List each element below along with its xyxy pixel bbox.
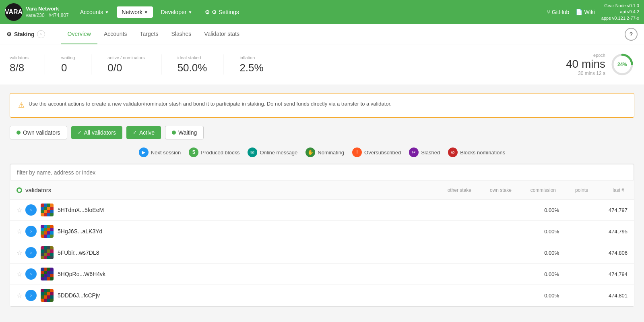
svg-rect-50	[41, 268, 44, 271]
svg-rect-81	[50, 299, 54, 302]
svg-rect-78	[41, 299, 44, 302]
svg-rect-63	[44, 277, 47, 280]
staking-bar: ⚙ Staking › Overview Accounts Targets Sl…	[0, 24, 644, 44]
validator-name-1: 5HgJ6S...aLK3Yd	[58, 228, 426, 235]
epoch-progress-circle: 24%	[610, 52, 634, 77]
tab-validator-stats[interactable]: Validator stats	[198, 24, 246, 44]
expand-button-4[interactable]: ›	[25, 290, 37, 301]
legend-online-message[interactable]: ✉ Online message	[248, 147, 297, 157]
svg-rect-53	[50, 268, 54, 271]
divider-4	[223, 54, 223, 75]
svg-rect-71	[44, 292, 47, 295]
legend-next-session[interactable]: ▶ Next session	[139, 147, 181, 157]
star-button-1[interactable]: ☆	[17, 228, 22, 235]
own-validators-button[interactable]: Own validators	[10, 126, 67, 139]
ideal-staked-stat: ideal staked 50.0%	[178, 55, 207, 74]
expand-button-2[interactable]: ›	[25, 247, 37, 258]
settings-icon: ⚙	[205, 9, 210, 15]
legend-produced-blocks[interactable]: 5 Produced blocks	[189, 147, 239, 157]
staking-title: ⚙ Staking ›	[6, 30, 53, 38]
developer-nav-button[interactable]: Developer ▼	[156, 6, 197, 18]
svg-rect-33	[50, 235, 54, 238]
validators-title: validators	[17, 187, 51, 193]
settings-nav-button[interactable]: ⚙ ⚙ Settings	[200, 6, 244, 18]
network-info: Vara Network vara/230 #474,807	[26, 6, 69, 19]
svg-rect-25	[50, 228, 54, 231]
svg-rect-39	[44, 249, 47, 253]
svg-rect-12	[47, 210, 50, 213]
svg-rect-26	[41, 231, 44, 235]
validators-table: validators other stake own stake commiss…	[10, 164, 634, 307]
epoch-section: epoch 40 mins 30 mins 12 s 24%	[566, 52, 634, 77]
slashed-icon: ✂	[409, 147, 419, 157]
github-link[interactable]: ⑂ GitHub	[547, 9, 570, 15]
legend-blocks-nominations[interactable]: ⊘ Blocks nominations	[448, 147, 505, 157]
svg-rect-13	[50, 210, 54, 213]
star-button-2[interactable]: ☆	[17, 249, 22, 257]
svg-rect-58	[41, 274, 44, 277]
val-commission-3: 0.00%	[515, 271, 559, 277]
next-session-icon: ▶	[139, 147, 149, 157]
validator-name-4: 5DDD6J...fcCPjv	[58, 292, 426, 299]
svg-rect-21	[50, 225, 54, 228]
wiki-link[interactable]: 📄 Wiki	[576, 9, 594, 15]
search-wrapper	[10, 164, 634, 181]
star-button-4[interactable]: ☆	[17, 292, 22, 299]
svg-rect-31	[44, 235, 47, 238]
svg-rect-62	[41, 277, 44, 280]
help-button[interactable]: ?	[625, 28, 638, 41]
logo[interactable]: VARA	[5, 3, 23, 21]
star-button-0[interactable]: ☆	[17, 206, 22, 214]
staking-chevron-icon: ›	[37, 30, 45, 38]
expand-button-0[interactable]: ›	[25, 204, 37, 216]
validator-name-3: 5HQpRo...W6H4vk	[58, 271, 426, 277]
svg-rect-66	[41, 289, 44, 292]
logo-text: VARA	[5, 8, 23, 16]
tab-accounts[interactable]: Accounts	[97, 24, 134, 44]
search-input[interactable]	[17, 169, 627, 176]
star-button-3[interactable]: ☆	[17, 270, 22, 278]
col-points: points	[559, 187, 591, 193]
table-row: ☆ › 5HgJ6S...aLK3Yd 0.00% 474,795	[10, 221, 634, 242]
svg-rect-64	[47, 277, 50, 280]
val-last-hash-1: 474,795	[591, 229, 627, 235]
waiting-stat: waiting 0	[61, 55, 75, 74]
active-filter-button[interactable]: ✓ Active	[126, 126, 161, 139]
expand-button-3[interactable]: ›	[25, 268, 37, 280]
warning-icon: ⚠	[18, 100, 25, 111]
val-commission-4: 0.00%	[515, 293, 559, 299]
waiting-filter-button[interactable]: Waiting	[165, 126, 204, 139]
svg-rect-60	[47, 274, 50, 277]
table-row: ☆ › 5DDD6J...fcCPjv 0.00% 474,801	[10, 285, 634, 306]
svg-rect-72	[47, 292, 50, 295]
network-chevron-icon: ▼	[144, 10, 148, 15]
tab-slashes[interactable]: Slashes	[165, 24, 198, 44]
all-validators-button[interactable]: ✓ All validators	[71, 126, 122, 139]
svg-rect-45	[50, 253, 54, 256]
svg-rect-67	[44, 289, 47, 292]
network-nav-button[interactable]: Network ▼	[117, 6, 153, 18]
val-commission-1: 0.00%	[515, 229, 559, 235]
svg-rect-77	[50, 295, 54, 299]
svg-rect-65	[50, 277, 54, 280]
validator-avatar-3	[41, 268, 54, 280]
svg-rect-2	[41, 204, 44, 207]
expand-button-1[interactable]: ›	[25, 226, 37, 237]
legend-oversubscribed[interactable]: ! Oversubscribed	[352, 147, 401, 157]
svg-rect-15	[44, 213, 47, 216]
svg-rect-19	[44, 225, 47, 228]
svg-rect-54	[41, 271, 44, 274]
legend-slashed[interactable]: ✂ Slashed	[409, 147, 440, 157]
svg-rect-23	[44, 228, 47, 231]
staking-gear-icon: ⚙	[6, 31, 12, 37]
tab-overview[interactable]: Overview	[61, 24, 97, 44]
network-sub: vara/230 #474,807	[26, 12, 69, 19]
svg-rect-52	[47, 268, 50, 271]
svg-rect-30	[41, 235, 44, 238]
svg-rect-44	[47, 253, 50, 256]
legend-nominating[interactable]: ✋ Nominating	[305, 147, 344, 157]
svg-rect-35	[44, 246, 47, 249]
accounts-nav-button[interactable]: Accounts ▼	[75, 6, 114, 18]
tab-targets[interactable]: Targets	[134, 24, 165, 44]
svg-rect-43	[44, 253, 47, 256]
